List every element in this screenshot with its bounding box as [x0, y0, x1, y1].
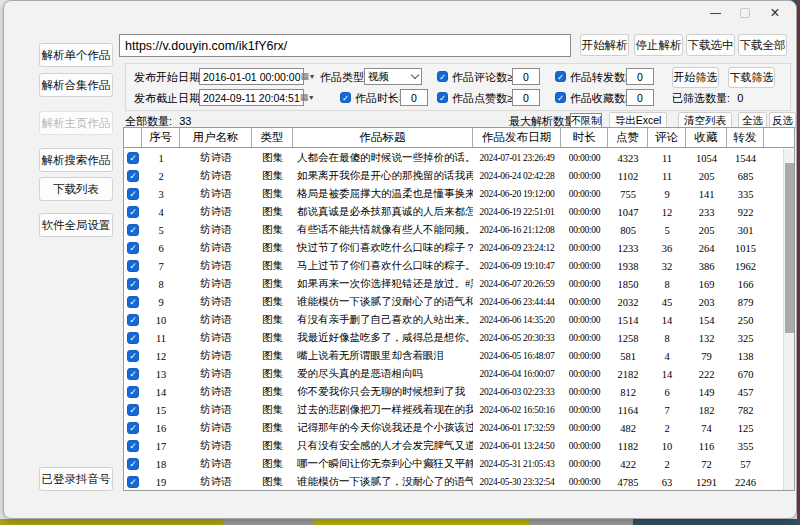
- total-count-value: 33: [179, 115, 191, 127]
- download-selected-button[interactable]: 下载选中: [686, 34, 735, 56]
- row-checkbox[interactable]: ✓: [127, 368, 139, 380]
- table-row[interactable]: ✓1纺诗语图集人都会在最傻的时候说一些掉价的话。#总要...2024-07-01…: [124, 149, 783, 167]
- row-favorites: 182: [686, 405, 727, 416]
- header-date[interactable]: 作品发布日期: [473, 128, 561, 147]
- row-date: 2024-06-06 14:35:20: [473, 315, 561, 325]
- row-checkbox[interactable]: ✓: [127, 422, 139, 434]
- sidebar-item-parse-single[interactable]: 解析单个作品: [39, 43, 113, 67]
- header-comments[interactable]: 评论: [648, 128, 686, 147]
- table-row[interactable]: ✓4纺诗语图集都说真诚是必杀技那真诚的人后来都怎样了...2024-06-19 …: [124, 203, 783, 221]
- url-input[interactable]: https://v.douyin.com/ik1fY6rx/: [119, 34, 571, 57]
- start-filter-button[interactable]: 开始筛选: [672, 67, 719, 88]
- row-checkbox[interactable]: ✓: [127, 440, 139, 452]
- header-shares[interactable]: 转发: [727, 128, 764, 147]
- favorites-filter-input[interactable]: 0: [626, 89, 654, 106]
- row-checkbox[interactable]: ✓: [127, 188, 139, 200]
- shares-filter-input[interactable]: 0: [626, 68, 654, 85]
- duration-filter-checkbox[interactable]: ✓: [340, 92, 351, 103]
- header-likes[interactable]: 点赞: [608, 128, 648, 147]
- minimize-button[interactable]: [700, 2, 730, 24]
- table-row[interactable]: ✓17纺诗语图集只有没有安全感的人才会发完脾气又道歉2024-06-01 13:…: [124, 437, 783, 455]
- row-favorites: 264: [686, 243, 727, 254]
- type-select[interactable]: 视频: [364, 68, 422, 85]
- row-checkbox[interactable]: ✓: [127, 350, 139, 362]
- table-row[interactable]: ✓8纺诗语图集如果再来一次你选择犯错还是放过。#黑色系2024-06-07 20…: [124, 275, 783, 293]
- table-row[interactable]: ✓5纺诗语图集有些话不能共情就像有些人不能同频。#晚风...2024-06-16…: [124, 221, 783, 239]
- start-date-picker[interactable]: 2016-01-01 00:00:00 ▦▾: [199, 68, 304, 85]
- row-likes: 1258: [608, 333, 648, 344]
- row-index: 11: [142, 333, 180, 344]
- row-checkbox[interactable]: ✓: [127, 170, 139, 182]
- sidebar-item-global-settings[interactable]: 软件全局设置: [39, 213, 113, 237]
- comments-filter-input[interactable]: 0: [512, 68, 540, 85]
- table-row[interactable]: ✓18纺诗语图集哪一个瞬间让你无奈到心中癫狂又平静呢2024-05-31 21:…: [124, 455, 783, 473]
- table-row[interactable]: ✓13纺诗语图集爱的尽头真的是恶语相向吗2024-06-04 16:00:070…: [124, 365, 783, 383]
- row-checkbox[interactable]: ✓: [127, 458, 139, 470]
- table-row[interactable]: ✓15纺诗语图集过去的悲剧像把刀一样摧残着现在的我们2024-06-02 16:…: [124, 401, 783, 419]
- table-row[interactable]: ✓9纺诗语图集谁能模仿一下谈腻了没耐心了的语气和我说2024-06-06 23:…: [124, 293, 783, 311]
- table-row[interactable]: ✓19纺诗语图集谁能模仿一下谈腻了，没耐心了的语气跟我说2024-05-30 2…: [124, 473, 783, 490]
- table-row[interactable]: ✓6纺诗语图集快过节了你们喜欢吃什么口味的粽子？#粽子...2024-06-09…: [124, 239, 783, 257]
- sidebar-item-download-list[interactable]: 下载列表: [39, 177, 113, 201]
- download-all-button[interactable]: 下载全部: [738, 34, 787, 56]
- likes-filter-checkbox[interactable]: ✓: [437, 92, 448, 103]
- comments-filter-checkbox[interactable]: ✓: [437, 71, 448, 82]
- row-checkbox[interactable]: ✓: [127, 260, 139, 272]
- row-checkbox[interactable]: ✓: [127, 278, 139, 290]
- row-type: 图集: [252, 403, 293, 417]
- row-checkbox[interactable]: ✓: [127, 386, 139, 398]
- download-filter-button[interactable]: 下载筛选: [728, 67, 775, 88]
- table-row[interactable]: ✓16纺诗语图集记得那年的今天你说我还是个小孩该过节了2024-06-01 17…: [124, 419, 783, 437]
- row-comments: 14: [648, 369, 686, 380]
- row-checkbox[interactable]: ✓: [127, 152, 139, 164]
- row-likes: 482: [608, 423, 648, 434]
- start-date-value: 2016-01-01 00:00:00: [203, 71, 301, 83]
- start-parse-button[interactable]: 开始解析: [580, 34, 629, 56]
- row-checkbox[interactable]: ✓: [127, 296, 139, 308]
- table-row[interactable]: ✓14纺诗语图集你不爱我你只会无聊的时候想到了我2024-06-03 02:23…: [124, 383, 783, 401]
- sidebar-item-parse-search[interactable]: 解析搜索作品: [39, 148, 113, 172]
- row-favorites: 169: [686, 279, 727, 290]
- row-checkbox[interactable]: ✓: [127, 332, 139, 344]
- row-checkbox[interactable]: ✓: [127, 224, 139, 236]
- table-row[interactable]: ✓2纺诗语图集如果离开我你是开心的那挽留的话我再也不...2024-06-24 …: [124, 167, 783, 185]
- shares-filter-checkbox[interactable]: ✓: [555, 71, 566, 82]
- favorites-filter-checkbox[interactable]: ✓: [555, 92, 566, 103]
- row-checkbox[interactable]: ✓: [127, 476, 139, 488]
- row-checkbox-cell: ✓: [124, 242, 142, 254]
- table-scrollbar[interactable]: [783, 149, 794, 490]
- sidebar-item-parse-collection[interactable]: 解析合集作品: [39, 73, 113, 97]
- row-likes: 1102: [608, 171, 648, 182]
- likes-filter-input[interactable]: 0: [512, 89, 540, 106]
- row-checkbox[interactable]: ✓: [127, 314, 139, 326]
- header-index[interactable]: 序号: [142, 128, 180, 147]
- header-duration[interactable]: 时长: [561, 128, 608, 147]
- table-row[interactable]: ✓12纺诗语图集嘴上说着无所谓眼里却含着眼泪2024-06-05 16:48:0…: [124, 347, 783, 365]
- stop-parse-button[interactable]: 停止解析: [634, 34, 683, 56]
- header-title[interactable]: 作品标题: [293, 128, 473, 147]
- end-date-picker[interactable]: 2024-09-11 20:04:51 ▦▾: [199, 89, 304, 106]
- table-row[interactable]: ✓10纺诗语图集有没有亲手删了自己喜欢的人站出来。#son...2024-06-…: [124, 311, 783, 329]
- row-user: 纺诗语: [180, 205, 252, 219]
- row-checkbox[interactable]: ✓: [127, 206, 139, 218]
- row-checkbox-cell: ✓: [124, 386, 142, 398]
- table-row[interactable]: ✓3纺诗语图集格局是被委屈撑大的温柔也是懂事换来的。#...2024-06-20…: [124, 185, 783, 203]
- table-row[interactable]: ✓11纺诗语图集我最近好像盐吃多了，咸得总是想你。#斯文...2024-06-0…: [124, 329, 783, 347]
- header-type[interactable]: 类型: [252, 128, 293, 147]
- scrollbar-thumb[interactable]: [785, 163, 794, 333]
- row-likes: 2182: [608, 369, 648, 380]
- logged-in-account-button[interactable]: 已登录抖音号: [39, 467, 113, 491]
- row-checkbox[interactable]: ✓: [127, 242, 139, 254]
- header-favorites[interactable]: 收藏: [686, 128, 727, 147]
- row-checkbox[interactable]: ✓: [127, 404, 139, 416]
- row-index: 3: [142, 189, 180, 200]
- header-user[interactable]: 用户名称: [180, 128, 252, 147]
- row-checkbox-cell: ✓: [124, 152, 142, 164]
- table-row[interactable]: ✓7纺诗语图集马上过节了你们喜欢什么口味的粽子。#粽子...2024-06-09…: [124, 257, 783, 275]
- duration-filter-input[interactable]: 0: [400, 89, 428, 106]
- maximize-button[interactable]: [730, 2, 760, 24]
- close-button[interactable]: ×: [760, 2, 790, 24]
- row-likes: 1938: [608, 261, 648, 272]
- row-comments: 14: [648, 315, 686, 326]
- dropdown-arrow-icon: ▾: [309, 93, 313, 102]
